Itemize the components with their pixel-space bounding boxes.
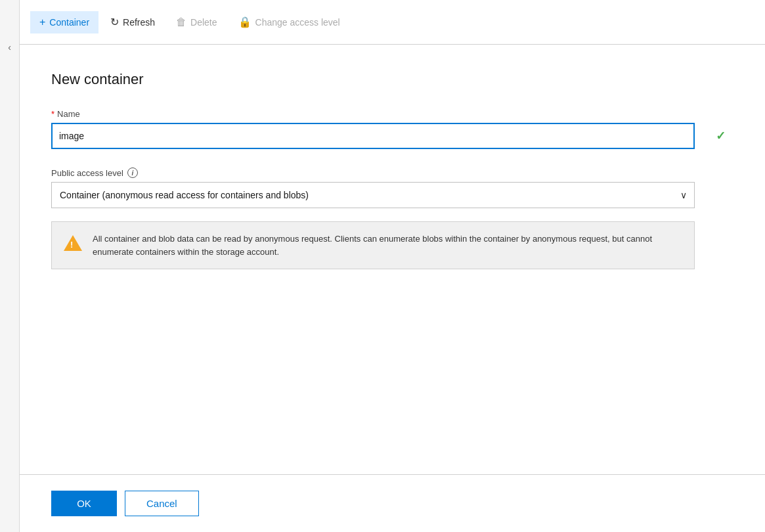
name-label-text: Name — [57, 109, 80, 119]
warning-box: All container and blob data can be read … — [51, 221, 695, 269]
name-field-label: * Name — [51, 109, 733, 119]
info-icon[interactable]: i — [127, 167, 138, 178]
refresh-label: Refresh — [123, 17, 155, 28]
modal-overlay: New container * Name ✓ Public access lev… — [20, 45, 765, 532]
toolbar: + Container ↻ Refresh 🗑 Delete 🔒 Change … — [20, 0, 765, 45]
name-input-wrapper: ✓ — [51, 123, 733, 149]
change-access-button[interactable]: 🔒 Change access level — [229, 11, 349, 33]
delete-label: Delete — [190, 17, 217, 28]
lock-icon: 🔒 — [238, 16, 251, 28]
dialog-panel: New container * Name ✓ Public access lev… — [20, 45, 765, 532]
collapse-arrow[interactable]: ‹ — [5, 39, 14, 55]
access-level-select[interactable]: Container (anonymous read access for con… — [51, 182, 695, 208]
delete-icon: 🗑 — [176, 16, 186, 28]
add-container-label: Container — [49, 17, 89, 28]
name-input[interactable] — [51, 123, 695, 149]
warning-triangle-icon — [64, 235, 82, 251]
required-indicator: * — [51, 109, 55, 119]
change-access-label: Change access level — [255, 17, 340, 28]
valid-check-icon: ✓ — [716, 129, 726, 143]
refresh-button[interactable]: ↻ Refresh — [101, 11, 164, 33]
access-level-label-text: Public access level — [51, 168, 123, 178]
access-level-select-wrapper: Container (anonymous read access for con… — [51, 182, 695, 208]
plus-icon: + — [39, 16, 45, 28]
access-level-label: Public access level i — [51, 167, 733, 178]
left-sidebar: ‹ — [0, 0, 20, 532]
dialog-footer: OK Cancel — [20, 474, 765, 532]
refresh-icon: ↻ — [110, 16, 119, 28]
dialog-title: New container — [51, 71, 733, 88]
cancel-button[interactable]: Cancel — [125, 491, 199, 516]
warning-icon-wrap — [62, 233, 83, 254]
delete-button[interactable]: 🗑 Delete — [167, 11, 226, 33]
warning-text: All container and blob data can be read … — [93, 233, 684, 258]
add-container-button[interactable]: + Container — [30, 11, 98, 33]
ok-button[interactable]: OK — [51, 491, 117, 516]
